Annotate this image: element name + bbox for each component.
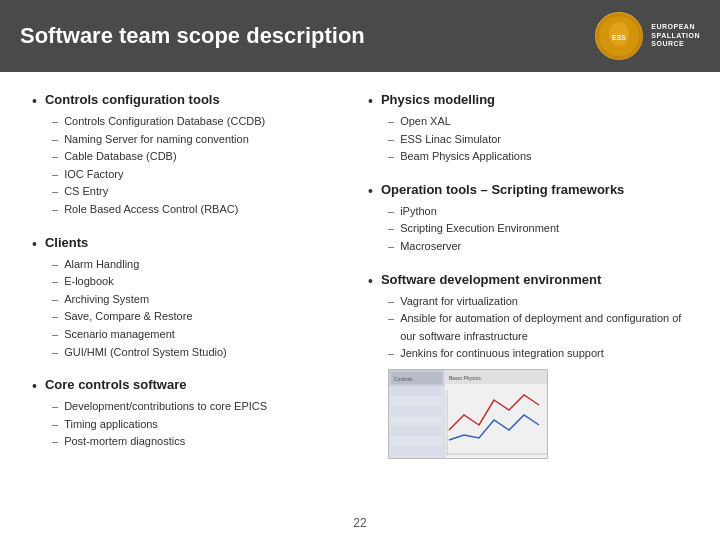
list-item: –IOC Factory	[52, 166, 352, 184]
section-software-dev: • Software development environment –Vagr…	[368, 272, 688, 459]
bullet-dot-1: •	[32, 93, 37, 109]
clients-list: –Alarm Handling –E-logbook –Archiving Sy…	[32, 256, 352, 362]
item-text: E-logbook	[64, 273, 114, 291]
list-item: –Scripting Execution Environment	[388, 220, 688, 238]
list-item: –Alarm Handling	[52, 256, 352, 274]
section-operation-tools-header: • Operation tools – Scripting frameworks	[368, 182, 688, 199]
item-text: Post-mortem diagnostics	[64, 433, 185, 451]
section-clients: • Clients –Alarm Handling –E-logbook –Ar…	[32, 235, 352, 362]
list-item: –Open XAL	[388, 113, 688, 131]
operation-tools-list: –iPython –Scripting Execution Environmen…	[368, 203, 688, 256]
bullet-dot-5: •	[368, 183, 373, 199]
list-item: –Vagrant for virtualization	[388, 293, 688, 311]
section-physics-title: Physics modelling	[381, 92, 495, 107]
list-item: –Archiving System	[52, 291, 352, 309]
screenshot-thumbnail: Controls Beam Physics	[388, 369, 548, 459]
item-text: Scripting Execution Environment	[400, 220, 559, 238]
svg-rect-8	[391, 387, 442, 395]
section-clients-header: • Clients	[32, 235, 352, 252]
section-controls-config: • Controls configuration tools –Controls…	[32, 92, 352, 219]
section-physics-header: • Physics modelling	[368, 92, 688, 109]
list-item: –Beam Physics Applications	[388, 148, 688, 166]
item-text: Scenario management	[64, 326, 175, 344]
software-dev-list: –Vagrant for virtualization –Ansible for…	[368, 293, 688, 363]
list-item: –ESS Linac Simulator	[388, 131, 688, 149]
item-text: Vagrant for virtualization	[400, 293, 518, 311]
item-text: GUI/HMI (Control System Studio)	[64, 344, 227, 362]
svg-text:Beam Physics: Beam Physics	[449, 375, 481, 381]
logo-line1: EUROPEAN	[651, 23, 695, 31]
logo-line2: SPALLATION	[651, 32, 700, 40]
section-operation-tools-title: Operation tools – Scripting frameworks	[381, 182, 624, 197]
section-operation-tools: • Operation tools – Scripting frameworks…	[368, 182, 688, 256]
list-item: –Naming Server for naming convention	[52, 131, 352, 149]
logo-line3: SOURCE	[651, 40, 684, 48]
list-item: –Ansible for automation of deployment an…	[388, 310, 688, 345]
list-item: –iPython	[388, 203, 688, 221]
list-item: –Development/contributions to core EPICS	[52, 398, 352, 416]
section-controls-config-title: Controls configuration tools	[45, 92, 220, 107]
core-controls-list: –Development/contributions to core EPICS…	[32, 398, 352, 451]
section-software-dev-header: • Software development environment	[368, 272, 688, 289]
item-text: Naming Server for naming convention	[64, 131, 249, 149]
item-text: ESS Linac Simulator	[400, 131, 501, 149]
bullet-dot-3: •	[32, 378, 37, 394]
item-text: Role Based Access Control (RBAC)	[64, 201, 238, 219]
left-column: • Controls configuration tools –Controls…	[24, 88, 360, 536]
svg-text:ESS: ESS	[612, 34, 626, 41]
section-core-controls-title: Core controls software	[45, 377, 187, 392]
svg-rect-14	[391, 447, 442, 455]
bullet-dot-6: •	[368, 273, 373, 289]
section-physics: • Physics modelling –Open XAL –ESS Linac…	[368, 92, 688, 166]
list-item: –GUI/HMI (Control System Studio)	[52, 344, 352, 362]
item-text: Beam Physics Applications	[400, 148, 531, 166]
header: Software team scope description ESS EURO…	[0, 0, 720, 72]
section-controls-config-header: • Controls configuration tools	[32, 92, 352, 109]
logo-area: ESS EUROPEAN SPALLATION SOURCE	[595, 12, 700, 60]
item-text: Archiving System	[64, 291, 149, 309]
list-item: –Scenario management	[52, 326, 352, 344]
list-item: –CS Entry	[52, 183, 352, 201]
list-item: –Jenkins for continuous integration supp…	[388, 345, 688, 363]
item-text: Open XAL	[400, 113, 451, 131]
bullet-dot-4: •	[368, 93, 373, 109]
svg-rect-11	[391, 417, 442, 425]
page-number-area: 22	[353, 516, 366, 530]
item-text: iPython	[400, 203, 437, 221]
logo-text-block: EUROPEAN SPALLATION SOURCE	[651, 23, 700, 48]
page-title: Software team scope description	[20, 23, 365, 49]
list-item: –E-logbook	[52, 273, 352, 291]
list-item: –Post-mortem diagnostics	[52, 433, 352, 451]
list-item: –Role Based Access Control (RBAC)	[52, 201, 352, 219]
list-item: –Macroserver	[388, 238, 688, 256]
section-clients-title: Clients	[45, 235, 88, 250]
bullet-dot-2: •	[32, 236, 37, 252]
section-core-controls: • Core controls software –Development/co…	[32, 377, 352, 451]
item-text: Controls Configuration Database (CCDB)	[64, 113, 265, 131]
controls-config-list: –Controls Configuration Database (CCDB) …	[32, 113, 352, 219]
svg-rect-12	[391, 427, 442, 435]
logo-circle: ESS	[595, 12, 643, 60]
item-text: Ansible for automation of deployment and…	[400, 310, 688, 345]
svg-text:Controls: Controls	[394, 376, 413, 382]
section-core-controls-header: • Core controls software	[32, 377, 352, 394]
item-text: Development/contributions to core EPICS	[64, 398, 267, 416]
item-text: Alarm Handling	[64, 256, 139, 274]
item-text: Macroserver	[400, 238, 461, 256]
list-item: –Controls Configuration Database (CCDB)	[52, 113, 352, 131]
list-item: –Cable Database (CDB)	[52, 148, 352, 166]
item-text: Jenkins for continuous integration suppo…	[400, 345, 604, 363]
section-software-dev-title: Software development environment	[381, 272, 601, 287]
item-text: Timing applications	[64, 416, 158, 434]
item-text: Save, Compare & Restore	[64, 308, 192, 326]
right-column: • Physics modelling –Open XAL –ESS Linac…	[360, 88, 696, 536]
svg-rect-10	[391, 407, 442, 415]
page-number: 22	[353, 516, 366, 530]
content-area: • Controls configuration tools –Controls…	[0, 72, 720, 540]
item-text: IOC Factory	[64, 166, 123, 184]
physics-list: –Open XAL –ESS Linac Simulator –Beam Phy…	[368, 113, 688, 166]
svg-rect-9	[391, 397, 442, 405]
item-text: Cable Database (CDB)	[64, 148, 177, 166]
svg-rect-13	[391, 437, 442, 445]
item-text: CS Entry	[64, 183, 108, 201]
